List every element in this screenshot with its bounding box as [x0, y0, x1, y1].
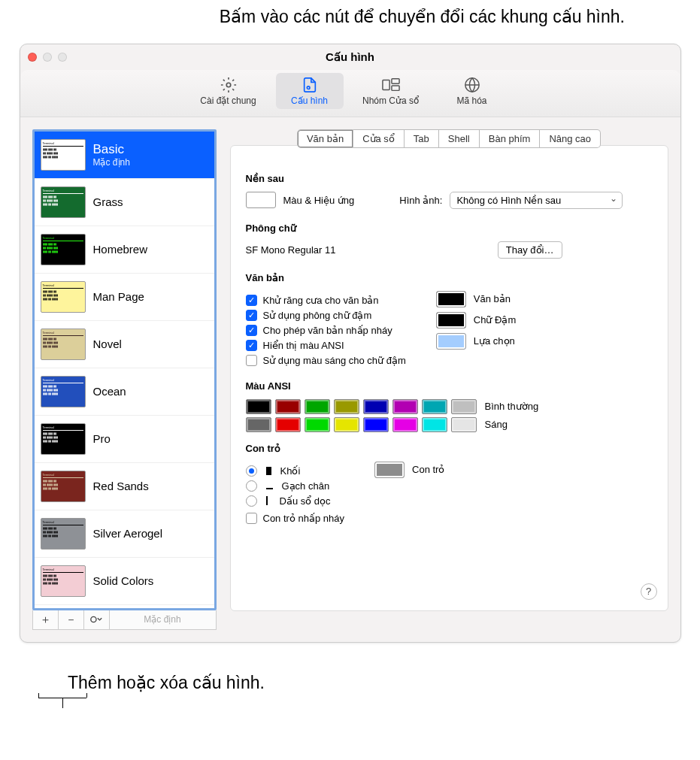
- svg-point-0: [226, 83, 231, 87]
- profile-row-silver-aerogel[interactable]: Terminal▮▮▮ ▮▮▮ ▮▮▮▮ ▮▮▮▮ ▮▮▮▮▮▮ ▮▮ ▮▮▮▮…: [35, 510, 214, 558]
- tab-keyboard[interactable]: Bàn phím: [480, 129, 541, 148]
- profile-row-red-sands[interactable]: Terminal▮▮▮ ▮▮▮ ▮▮▮▮ ▮▮▮▮ ▮▮▮▮▮▮ ▮▮ ▮▮▮▮…: [35, 463, 214, 510]
- ansi-swatch[interactable]: [305, 417, 330, 432]
- vbar-cursor-icon: [266, 496, 271, 505]
- ansi-swatch[interactable]: [422, 417, 447, 432]
- profile-name: Solid Colors: [93, 574, 154, 587]
- profile-thumb: Terminal▮▮▮ ▮▮▮ ▮▮▮▮ ▮▮▮▮ ▮▮▮▮▮▮ ▮▮ ▮▮▮▮: [41, 376, 86, 407]
- windows-icon: [359, 76, 423, 94]
- cursor-block-label: Khối: [280, 465, 301, 477]
- profile-subtitle: Mặc định: [93, 157, 130, 168]
- ansi-swatch[interactable]: [363, 417, 389, 432]
- tab-text[interactable]: Văn bản: [297, 129, 353, 148]
- tab-tab[interactable]: Tab: [405, 129, 439, 148]
- profile-row-homebrew[interactable]: Terminal▮▮▮ ▮▮▮ ▮▮▮▮ ▮▮▮▮ ▮▮▮▮▮▮ ▮▮ ▮▮▮▮…: [35, 226, 214, 274]
- preferences-toolbar: Cài đặt chung Cấu hình Nhóm Cửa sổ Mã hó…: [20, 70, 680, 117]
- underline-cursor-icon: [266, 482, 273, 489]
- profile-row-grass[interactable]: Terminal▮▮▮ ▮▮▮ ▮▮▮▮ ▮▮▮▮ ▮▮▮▮▮▮ ▮▮ ▮▮▮▮…: [35, 179, 214, 226]
- default-button[interactable]: Mặc định: [110, 610, 216, 629]
- profile-row-pro[interactable]: Terminal▮▮▮ ▮▮▮ ▮▮▮▮ ▮▮▮▮ ▮▮▮▮▮▮ ▮▮ ▮▮▮▮…: [35, 416, 214, 463]
- ansi-swatch[interactable]: [334, 399, 359, 414]
- tab-advanced[interactable]: Nâng cao: [540, 129, 601, 148]
- cursor-color-well[interactable]: [374, 462, 405, 478]
- bold-fonts-label: Sử dụng phông chữ đậm: [263, 310, 372, 321]
- cursor-block-radio[interactable]: [246, 465, 257, 477]
- cursor-underline-label: Gạch chân: [282, 480, 330, 492]
- ansi-swatch[interactable]: [246, 399, 271, 414]
- preferences-window: Cấu hình Cài đặt chung Cấu hình Nhóm Cửa…: [20, 44, 681, 643]
- text-color-label: Văn bản: [474, 293, 511, 304]
- section-cursor: Con trỏ: [246, 443, 653, 454]
- change-font-button[interactable]: Thay đổi…: [498, 241, 562, 259]
- bold-fonts-checkbox[interactable]: ✓: [246, 310, 257, 321]
- ansi-swatch[interactable]: [275, 417, 301, 432]
- help-button[interactable]: ?: [641, 583, 657, 600]
- ansi-checkbox[interactable]: ✓: [246, 340, 257, 351]
- ansi-swatch[interactable]: [334, 417, 359, 432]
- toolbar-general[interactable]: Cài đặt chung: [195, 73, 262, 109]
- ansi-swatch[interactable]: [246, 417, 271, 432]
- sidebar-footer: ＋ － Mặc định: [32, 610, 217, 630]
- toolbar-profiles[interactable]: Cấu hình: [276, 73, 344, 109]
- ansi-swatch[interactable]: [363, 399, 389, 414]
- svg-rect-2: [382, 80, 389, 89]
- toolbar-window-groups[interactable]: Nhóm Cửa sổ: [357, 73, 425, 109]
- profile-thumb: Terminal▮▮▮ ▮▮▮ ▮▮▮▮ ▮▮▮▮ ▮▮▮▮▮▮ ▮▮ ▮▮▮▮: [41, 518, 86, 550]
- bold-color-well[interactable]: [436, 312, 466, 329]
- gear-icon: [196, 76, 261, 94]
- profile-actions-menu[interactable]: [84, 610, 110, 629]
- section-font: Phông chữ: [246, 223, 653, 234]
- ansi-label: Hiển thị màu ANSI: [263, 340, 344, 351]
- cursor-blink-checkbox[interactable]: [246, 513, 257, 524]
- profile-name: Ocean: [93, 385, 126, 398]
- profiles-sidebar: Terminal▮▮▮ ▮▮▮ ▮▮▮▮ ▮▮▮▮ ▮▮▮▮▮▮ ▮▮ ▮▮▮▮…: [32, 129, 217, 630]
- selection-color-well[interactable]: [436, 333, 466, 350]
- cursor-underline-radio[interactable]: [246, 480, 257, 492]
- bright-bold-checkbox[interactable]: [246, 355, 257, 366]
- profile-name: Homebrew: [93, 243, 148, 256]
- color-effects-label: Màu & Hiệu ứng: [283, 195, 355, 206]
- blink-checkbox[interactable]: ✓: [246, 325, 257, 336]
- add-profile-button[interactable]: ＋: [33, 610, 59, 629]
- profile-row-basic[interactable]: Terminal▮▮▮ ▮▮▮ ▮▮▮▮ ▮▮▮▮ ▮▮▮▮▮▮ ▮▮ ▮▮▮▮…: [35, 132, 214, 179]
- cursor-color-label: Con trỏ: [412, 464, 444, 475]
- background-color-well[interactable]: [246, 192, 276, 208]
- annotation-bottom: Thêm hoặc xóa cấu hình.: [68, 673, 700, 693]
- ansi-swatch[interactable]: [392, 399, 418, 414]
- ansi-swatch[interactable]: [451, 417, 477, 432]
- profile-name: Man Page: [93, 290, 144, 303]
- background-image-select[interactable]: Không có Hình Nền sau: [450, 192, 623, 209]
- titlebar: Cấu hình: [20, 44, 680, 70]
- toolbar-profiles-label: Cấu hình: [277, 95, 342, 106]
- profile-row-man-page[interactable]: Terminal▮▮▮ ▮▮▮ ▮▮▮▮ ▮▮▮▮ ▮▮▮▮▮▮ ▮▮ ▮▮▮▮…: [35, 274, 214, 321]
- tab-window[interactable]: Cửa sổ: [353, 129, 405, 148]
- profile-row-novel[interactable]: Terminal▮▮▮ ▮▮▮ ▮▮▮▮ ▮▮▮▮ ▮▮▮▮▮▮ ▮▮ ▮▮▮▮…: [35, 321, 214, 368]
- text-color-well[interactable]: [436, 291, 466, 307]
- antialias-checkbox[interactable]: ✓: [246, 295, 257, 306]
- font-value: SF Mono Regular 11: [246, 244, 336, 256]
- profile-thumb: Terminal▮▮▮ ▮▮▮ ▮▮▮▮ ▮▮▮▮ ▮▮▮▮▮▮ ▮▮ ▮▮▮▮: [41, 139, 86, 171]
- ansi-swatch[interactable]: [275, 399, 301, 414]
- cursor-vbar-radio[interactable]: [246, 495, 257, 507]
- image-label: Hình ảnh:: [399, 195, 442, 206]
- main-panel: Văn bản Cửa sổ Tab Shell Bàn phím Nâng c…: [230, 129, 668, 630]
- remove-profile-button[interactable]: －: [59, 610, 84, 629]
- ansi-swatch[interactable]: [305, 399, 330, 414]
- ansi-swatch[interactable]: [451, 399, 477, 414]
- tab-shell[interactable]: Shell: [439, 129, 480, 148]
- profile-name: Red Sands: [93, 480, 149, 492]
- callout-line: [62, 698, 63, 708]
- doc-gear-icon: [277, 76, 342, 94]
- section-background: Nền sau: [246, 173, 653, 184]
- ansi-swatch[interactable]: [392, 417, 418, 432]
- profile-row-solid-colors[interactable]: Terminal▮▮▮ ▮▮▮ ▮▮▮▮ ▮▮▮▮ ▮▮▮▮▮▮ ▮▮ ▮▮▮▮…: [35, 558, 214, 605]
- block-cursor-icon: [266, 467, 271, 475]
- selection-label: Lựa chọn: [474, 335, 515, 347]
- toolbar-window-groups-label: Nhóm Cửa sổ: [359, 95, 423, 106]
- profile-row-ocean[interactable]: Terminal▮▮▮ ▮▮▮ ▮▮▮▮ ▮▮▮▮ ▮▮▮▮▮▮ ▮▮ ▮▮▮▮…: [35, 368, 214, 416]
- toolbar-encodings[interactable]: Mã hóa: [438, 73, 506, 109]
- ansi-swatch[interactable]: [422, 399, 447, 414]
- ansi-bright-row: Sáng: [246, 417, 653, 432]
- svg-point-6: [91, 617, 96, 622]
- profile-list[interactable]: Terminal▮▮▮ ▮▮▮ ▮▮▮▮ ▮▮▮▮ ▮▮▮▮▮▮ ▮▮ ▮▮▮▮…: [32, 129, 217, 610]
